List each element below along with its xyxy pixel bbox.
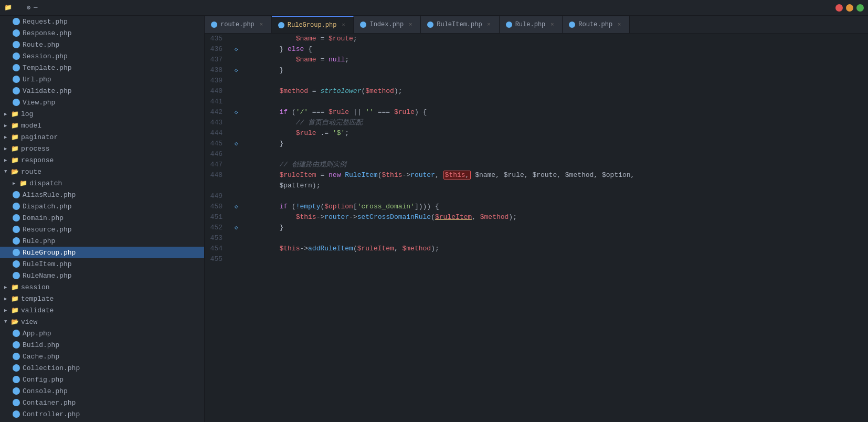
sidebar-item-config-php[interactable]: Config.php — [0, 374, 204, 385]
gutter-icon: ◇ — [231, 139, 241, 149]
tab-close-icon[interactable]: × — [258, 21, 265, 28]
sidebar-item-process-folder[interactable]: ▶📁process — [0, 143, 204, 154]
code-line: 438◇ } — [205, 65, 868, 76]
tab-file-icon — [211, 22, 217, 28]
tab-close-icon[interactable]: × — [340, 22, 347, 29]
code-line: 447 // 创建路由规则实例 — [205, 160, 868, 170]
tab-route[interactable]: route.php× — [205, 16, 272, 33]
code-content: } — [241, 139, 868, 149]
sidebar-item-dispatch-php[interactable]: Dispatch.php — [0, 201, 204, 212]
code-line: 437 $name = null; — [205, 55, 868, 65]
code-line: 436◇ } else { — [205, 44, 868, 55]
editor-area[interactable]: 435 $name = $route;436◇ } else {437 $nam… — [205, 34, 868, 422]
sidebar-item-view[interactable]: View.php — [0, 97, 204, 108]
tab-label: Route.php — [578, 21, 612, 28]
gutter-icon: ◇ — [231, 202, 241, 212]
sidebar-item-session[interactable]: Session.php — [0, 50, 204, 62]
tab-ruleitem[interactable]: RuleItem.php× — [421, 16, 499, 33]
file-icon — [13, 29, 20, 37]
settings-icon[interactable]: ⚙ — [27, 4, 30, 12]
folder-closed-icon: 📁 — [11, 145, 18, 152]
file-icon — [13, 330, 20, 337]
sidebar-item-url[interactable]: Url.php — [0, 73, 204, 85]
file-icon — [13, 64, 20, 71]
code-line: 455 — [205, 254, 868, 265]
folder-closed-icon: 📁 — [11, 283, 18, 291]
sidebar-item-console-php[interactable]: Console.php — [0, 385, 204, 397]
sidebar-item-cache-php[interactable]: Cache.php — [0, 351, 204, 362]
sidebar-item-label: Console.php — [23, 387, 68, 395]
sidebar-item-log-folder[interactable]: ▶📁log — [0, 108, 204, 120]
project-label-area: 📁 ⚙ — — [4, 4, 37, 12]
code-line: 435 $name = $route; — [205, 34, 868, 44]
gutter-icon: ◇ — [231, 65, 241, 76]
sidebar-item-rulegroup-php[interactable]: RuleGroup.php — [0, 247, 204, 258]
code-content: } — [241, 223, 868, 233]
sidebar-item-ruleitem-php[interactable]: RuleItem.php — [0, 258, 204, 270]
code-content: if (!empty($option['cross_domain']))) { — [241, 202, 868, 212]
file-icon — [13, 376, 20, 383]
line-number: 452 — [205, 223, 231, 233]
sidebar-item-label: validate — [21, 307, 54, 314]
sidebar-item-view-folder[interactable]: ▼📂view — [0, 316, 204, 328]
sidebar-item-validate[interactable]: Validate.php — [0, 85, 204, 97]
sidebar-item-template[interactable]: Template.php — [0, 62, 204, 73]
close-window-icon[interactable] — [835, 4, 843, 12]
maximize-window-icon[interactable] — [856, 4, 864, 12]
line-number: 443 — [205, 118, 231, 128]
sidebar-item-paginator-folder[interactable]: ▶📁paginator — [0, 131, 204, 143]
tab-route2[interactable]: Route.php× — [563, 16, 630, 33]
line-number: 450 — [205, 202, 231, 212]
sidebar-item-session-folder[interactable]: ▶📁session — [0, 281, 204, 293]
line-number: 445 — [205, 139, 231, 149]
file-icon — [13, 260, 20, 268]
sidebar-item-response-folder[interactable]: ▶📁response — [0, 154, 204, 166]
sidebar-item-model-folder[interactable]: ▶📁model — [0, 120, 204, 131]
sidebar-item-label: dispatch — [29, 180, 62, 187]
sidebar-item-validate-folder[interactable]: ▶📁validate — [0, 304, 204, 316]
tab-rulegroup[interactable]: RuleGroup.php× — [272, 16, 354, 33]
sidebar-item-container-php[interactable]: Container.php — [0, 397, 204, 408]
tab-close-icon[interactable]: × — [616, 21, 623, 28]
sidebar-item-label: Collection.php — [23, 364, 80, 372]
tab-close-icon[interactable]: × — [485, 21, 493, 28]
minimize-icon[interactable]: — — [34, 4, 37, 12]
sidebar-item-label: Build.php — [23, 341, 59, 349]
line-number: 453 — [205, 233, 231, 244]
sidebar-item-domain[interactable]: Domain.php — [0, 212, 204, 224]
file-icon — [13, 341, 20, 349]
line-number: 440 — [205, 86, 231, 97]
file-icon — [13, 387, 20, 395]
sidebar-item-rulename[interactable]: RuleName.php — [0, 270, 204, 281]
sidebar-item-response[interactable]: Response.php — [0, 27, 204, 39]
sidebar-item-label: Template.php — [23, 64, 72, 72]
sidebar-item-dispatch-folder[interactable]: ▶📁dispatch — [0, 177, 204, 189]
sidebar-item-cookie-php[interactable]: Cookie.php — [0, 420, 204, 422]
sidebar-item-template-folder[interactable]: ▶📁template — [0, 293, 204, 304]
tab-rule[interactable]: Rule.php× — [500, 16, 563, 33]
folder-open-icon: 📂 — [11, 168, 18, 175]
sidebar-item-app-php[interactable]: App.php — [0, 328, 204, 339]
sidebar-item-resource[interactable]: Resource.php — [0, 224, 204, 235]
sidebar-item-route-folder[interactable]: ▼📂route — [0, 166, 204, 177]
sidebar-item-label: Rule.php — [23, 237, 55, 245]
sidebar-item-build-php[interactable]: Build.php — [0, 339, 204, 351]
tab-file-icon — [569, 22, 575, 28]
sidebar-item-rule-php[interactable]: Rule.php — [0, 235, 204, 247]
sidebar-item-aliasrule[interactable]: AliasRule.php — [0, 189, 204, 201]
sidebar-item-label: Resource.php — [23, 226, 72, 234]
sidebar-item-request[interactable]: Request.php — [0, 16, 204, 27]
tab-index[interactable]: Index.php× — [354, 16, 421, 33]
code-content — [241, 254, 868, 265]
sidebar-item-controller-php[interactable]: Controller.php — [0, 408, 204, 420]
file-icon — [13, 226, 20, 233]
sidebar-item-route-file[interactable]: Route.php — [0, 39, 204, 50]
minimize-window-icon[interactable] — [846, 4, 853, 12]
tab-close-icon[interactable]: × — [407, 21, 414, 28]
code-line: 451 $this->router->setCrossDomainRule($r… — [205, 212, 868, 223]
sidebar-item-collection-php[interactable]: Collection.php — [0, 362, 204, 374]
sidebar-item-label: response — [21, 156, 54, 164]
line-number: 438 — [205, 65, 231, 76]
file-icon — [13, 272, 20, 279]
tab-close-icon[interactable]: × — [548, 21, 556, 28]
